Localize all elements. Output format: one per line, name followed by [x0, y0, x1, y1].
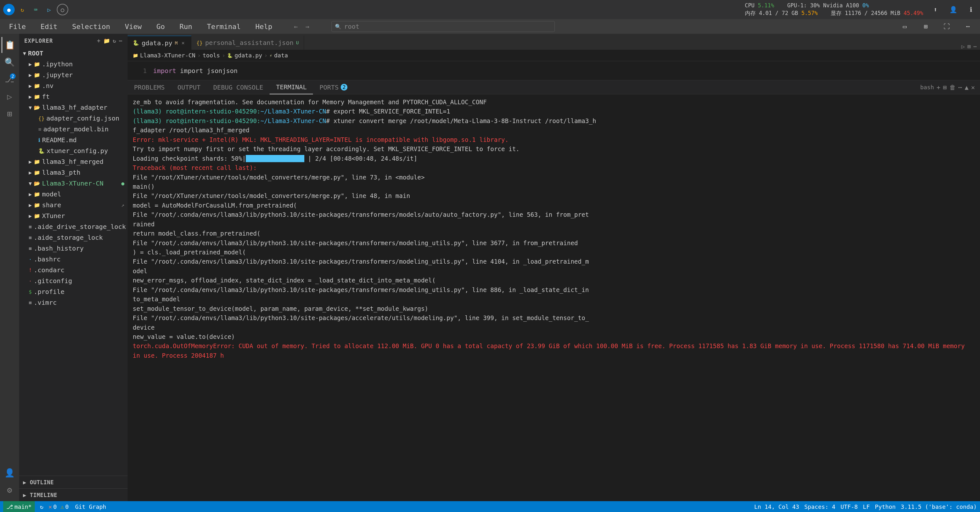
- tree-item-model[interactable]: ▶ 📁 model: [19, 189, 127, 200]
- outline-section[interactable]: ▶ OUTLINE: [19, 476, 127, 488]
- forward-arrow[interactable]: →: [302, 21, 312, 32]
- info-icon[interactable]: ℹ: [965, 4, 977, 15]
- tab-close-button[interactable]: ✕: [180, 40, 186, 46]
- run-tab-icon[interactable]: ▷: [961, 43, 965, 50]
- tree-item-vimrc[interactable]: ≡ .vimrc: [19, 297, 127, 308]
- tab-gdata-py[interactable]: 🐍 gdata.py M ✕: [127, 36, 191, 50]
- tree-item-llama3-hf-adapter[interactable]: ▼ 📂 llama3_hf_adapter: [19, 102, 127, 113]
- tab-ports[interactable]: PORTS 2: [313, 80, 354, 94]
- tab-problems[interactable]: PROBLEMS: [127, 80, 171, 94]
- tree-item-aide-drive[interactable]: ≡ .aide_drive_storage_lock: [19, 221, 127, 232]
- terminal-line-progress: Loading checkpoint shards: 50%|█████████…: [133, 154, 975, 163]
- profile-icon[interactable]: 👤: [947, 4, 959, 15]
- status-version[interactable]: 3.11.5 ('base': conda): [901, 503, 977, 510]
- menu-help[interactable]: Help: [253, 21, 275, 32]
- activity-extensions[interactable]: ⊞: [2, 106, 18, 122]
- terminal-line-1: ze_mb to avoid fragmentation. See docume…: [133, 98, 975, 107]
- line-number: 1: [134, 67, 147, 75]
- tree-item-xtuner-config[interactable]: 🐍 xtuner_config.py: [19, 145, 127, 156]
- terminal-actions: bash + ⊞ 🗑 ⋯ ▲ ✕: [920, 84, 980, 91]
- layout-icon[interactable]: ⊞: [920, 21, 932, 32]
- collapse-terminal-icon[interactable]: ▲: [965, 84, 969, 91]
- tree-item-bashrc[interactable]: · .bashrc: [19, 254, 127, 265]
- tree-item-gitconfig[interactable]: · .gitconfig: [19, 276, 127, 286]
- menu-selection[interactable]: Selection: [70, 21, 113, 32]
- menu-run[interactable]: Run: [177, 21, 195, 32]
- tree-root[interactable]: ▼ ROOT: [19, 48, 127, 59]
- tree-item-jupyter[interactable]: ▶ 📁 .jupyter: [19, 70, 127, 80]
- upload-icon[interactable]: ⬆: [930, 4, 941, 15]
- refresh-explorer-icon[interactable]: ↻: [113, 38, 116, 44]
- new-file-icon[interactable]: +: [97, 38, 100, 44]
- tree-item-profile[interactable]: $ .profile: [19, 286, 127, 297]
- tree-item-llama3-pth[interactable]: ▶ 📁 llama3_pth: [19, 167, 127, 178]
- menu-terminal[interactable]: Terminal: [204, 21, 243, 32]
- activity-search[interactable]: 🔍: [2, 54, 18, 70]
- terminal-content[interactable]: ze_mb to avoid fragmentation. See docume…: [127, 94, 980, 501]
- timeline-section[interactable]: ▶ TIMELINE: [19, 488, 127, 501]
- menu-edit[interactable]: Edit: [38, 21, 60, 32]
- tree-item-bash-history[interactable]: ≡ .bash_history: [19, 243, 127, 254]
- search-bar[interactable]: 🔍 root: [331, 21, 555, 32]
- split-terminal-icon[interactable]: ⊞: [943, 84, 947, 91]
- status-encoding[interactable]: UTF-8: [841, 503, 858, 510]
- tree-item-adapter-bin[interactable]: ≡ adapter_model.bin: [19, 124, 127, 135]
- more-explorer-icon[interactable]: ⋯: [119, 38, 123, 44]
- status-eol[interactable]: LF: [863, 503, 870, 510]
- file-icon: ·: [29, 256, 32, 262]
- tree-item-adapter-config[interactable]: {} adapter_config.json: [19, 113, 127, 124]
- activity-explorer[interactable]: 📋: [2, 37, 18, 53]
- new-folder-icon[interactable]: 📁: [103, 38, 110, 44]
- tree-item-xtuner[interactable]: ▶ 📁 XTuner: [19, 211, 127, 221]
- status-spaces[interactable]: Spaces: 4: [804, 503, 835, 510]
- status-language[interactable]: Python: [875, 503, 896, 510]
- activity-run[interactable]: ▷: [2, 89, 18, 105]
- status-git-graph[interactable]: Git Graph: [75, 503, 106, 510]
- tree-item-readme[interactable]: ℹ README.md: [19, 135, 127, 145]
- menu-file[interactable]: File: [6, 21, 29, 32]
- fullscreen-icon[interactable]: ⛶: [941, 21, 953, 32]
- navigation-arrows: ← →: [291, 21, 312, 32]
- more-tabs-icon[interactable]: ⋯: [973, 43, 977, 50]
- code-editor[interactable]: 1 import import json json: [127, 61, 980, 80]
- chevron-right-icon: ▶: [29, 72, 32, 78]
- tab-output[interactable]: OUTPUT: [171, 80, 207, 94]
- tree-item-condarc[interactable]: ! .condarc: [19, 265, 127, 276]
- file-icon: ≡: [29, 246, 32, 252]
- activity-git[interactable]: ⎇ 2: [2, 71, 18, 87]
- tab-terminal[interactable]: TERMINAL: [270, 80, 313, 94]
- tree-item-ft[interactable]: ▶ 📁 ft: [19, 91, 127, 102]
- status-sync[interactable]: ↻: [40, 503, 43, 510]
- close-terminal-icon[interactable]: ✕: [971, 84, 975, 91]
- folder-icon: 📁: [34, 72, 40, 78]
- refresh-icon[interactable]: ↻: [17, 4, 28, 15]
- split-editor-icon[interactable]: ⊞: [967, 43, 971, 50]
- tab-debug-console[interactable]: DEBUG CONSOLE: [207, 80, 270, 94]
- menu-view[interactable]: View: [122, 21, 144, 32]
- bin-icon: ≡: [38, 126, 41, 132]
- status-line-col[interactable]: Ln 14, Col 43: [754, 503, 799, 510]
- panel-toggle-icon[interactable]: ▭: [899, 21, 910, 32]
- tree-item-llama3-merged[interactable]: ▶ 📁 llama3_hf_merged: [19, 156, 127, 167]
- tree-item-ipython[interactable]: ▶ 📁 .ipython: [19, 59, 127, 70]
- status-errors[interactable]: ✕ 0 ⚠ 0: [48, 503, 70, 510]
- status-branch[interactable]: ⎇ main*: [3, 501, 35, 512]
- new-terminal-icon[interactable]: +: [937, 84, 940, 91]
- activity-account[interactable]: 👤: [2, 465, 18, 481]
- back-arrow[interactable]: ←: [291, 21, 301, 32]
- sidebar-header: EXPLORER + 📁 ↻ ⋯: [19, 34, 127, 48]
- tree-item-aide-storage[interactable]: ≡ .aide_storage_lock: [19, 232, 127, 243]
- terminal-line-tb10: new_error_msgs, offload_index, state_dic…: [133, 276, 975, 285]
- menu-go[interactable]: Go: [154, 21, 167, 32]
- tree-item-share[interactable]: ▶ 📁 share ↗: [19, 200, 127, 211]
- tree-item-llama3-xtuner-cn[interactable]: ▼ 📂 Llama3-XTuner-CN ●: [19, 178, 127, 189]
- file-icon: $: [29, 289, 32, 295]
- tab-personal-assistant[interactable]: {} personal_assistant.json U: [191, 36, 304, 50]
- sidebar: EXPLORER + 📁 ↻ ⋯ ▼ ROOT ▶ 📁 .ipython ▶ 📁: [19, 34, 127, 501]
- activity-settings[interactable]: ⚙: [2, 482, 18, 498]
- breadcrumb: 📁 Llama3-XTuner-CN › tools › 🐍 gdata.py …: [127, 50, 980, 61]
- trash-terminal-icon[interactable]: 🗑: [950, 84, 956, 91]
- more-terminal-icon[interactable]: ⋯: [958, 84, 962, 91]
- more-icon[interactable]: ⋯: [962, 21, 974, 32]
- tree-item-nv[interactable]: ▶ 📁 .nv: [19, 80, 127, 91]
